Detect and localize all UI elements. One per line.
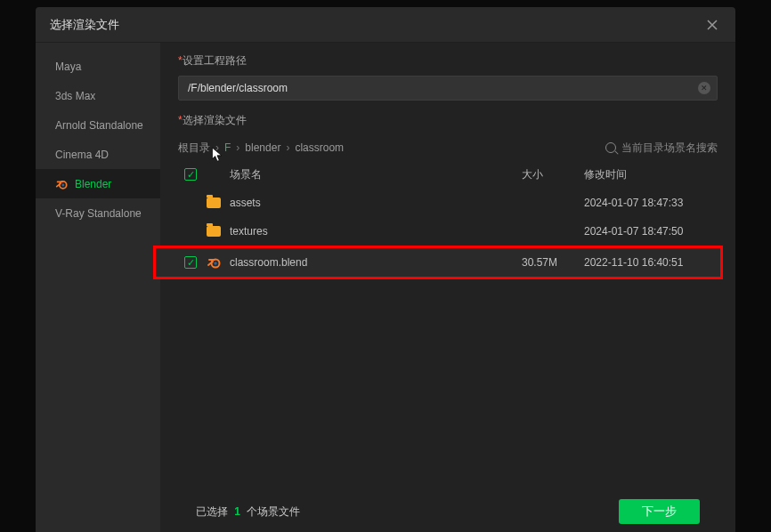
sidebar-item-maya[interactable]: Maya: [36, 52, 160, 81]
file-name: textures: [230, 225, 268, 238]
sidebar-item-3dsmax[interactable]: 3ds Max: [36, 81, 160, 110]
sidebar-item-label: 3ds Max: [55, 90, 95, 102]
search-scene[interactable]: 当前目录场景名搜索: [605, 141, 718, 156]
blender-icon: [55, 178, 68, 190]
row-checkbox[interactable]: [184, 256, 197, 269]
folder-icon: [207, 197, 221, 208]
main-panel: *设置工程路径 ✕ *选择渲染文件 根目录 › F › blender › cl…: [160, 43, 735, 532]
sidebar-item-arnold[interactable]: Arnold Standalone: [36, 110, 160, 140]
blender-file-icon: [207, 255, 221, 270]
table-row[interactable]: assets 2024-01-07 18:47:33: [178, 189, 718, 217]
svg-point-3: [214, 262, 217, 265]
breadcrumb-root[interactable]: 根目录: [178, 141, 210, 156]
sidebar-item-label: Cinema 4D: [55, 149, 109, 161]
file-date: 2022-11-10 16:40:51: [584, 256, 718, 269]
sidebar-item-c4d[interactable]: Cinema 4D: [36, 140, 160, 169]
close-icon[interactable]: [703, 16, 721, 34]
svg-point-1: [61, 183, 64, 186]
dialog-footer: 已选择 1 个场景文件 下一步: [178, 491, 718, 532]
breadcrumb-classroom[interactable]: classroom: [295, 141, 344, 154]
sidebar-item-label: Blender: [75, 178, 111, 190]
file-name: assets: [230, 197, 261, 209]
sidebar-item-vray[interactable]: V-Ray Standalone: [36, 198, 160, 228]
project-path-input[interactable]: [178, 76, 718, 101]
sidebar-item-label: Maya: [55, 60, 81, 73]
table-row[interactable]: classroom.blend 30.57M 2022-11-10 16:40:…: [153, 246, 723, 279]
file-table: 场景名 大小 修改时间 assets 2024-01-07 18:47:33: [178, 160, 718, 491]
chevron-right-icon: ›: [236, 141, 239, 154]
titlebar: 选择渲染文件: [36, 7, 735, 43]
filelist-label: *选择渲染文件: [178, 113, 718, 128]
col-size-header[interactable]: 大小: [522, 167, 584, 182]
clear-path-icon[interactable]: ✕: [698, 82, 710, 94]
search-icon: [605, 142, 616, 153]
file-table-header: 场景名 大小 修改时间: [178, 160, 718, 189]
col-name-header[interactable]: 场景名: [203, 167, 522, 182]
sidebar-item-label: V-Ray Standalone: [55, 207, 142, 220]
selected-count: 已选择 1 个场景文件: [196, 504, 300, 520]
file-name: classroom.blend: [230, 256, 307, 269]
folder-icon: [207, 226, 221, 237]
select-all-checkbox[interactable]: [184, 168, 197, 181]
dialog-body: Maya 3ds Max Arnold Standalone Cinema 4D…: [36, 43, 735, 532]
chevron-right-icon: ›: [286, 141, 289, 154]
renderer-sidebar: Maya 3ds Max Arnold Standalone Cinema 4D…: [36, 43, 160, 532]
next-button[interactable]: 下一步: [619, 499, 700, 524]
file-select-dialog: 选择渲染文件 Maya 3ds Max Arnold Standalone Ci…: [36, 7, 735, 532]
file-date: 2024-01-07 18:47:50: [584, 225, 718, 238]
file-size: 30.57M: [522, 256, 584, 269]
search-placeholder: 当前目录场景名搜索: [621, 141, 718, 156]
file-date: 2024-01-07 18:47:33: [584, 197, 718, 209]
dialog-title: 选择渲染文件: [50, 17, 119, 33]
sidebar-item-label: Arnold Standalone: [55, 119, 143, 132]
sidebar-item-blender[interactable]: Blender: [36, 169, 160, 198]
col-date-header[interactable]: 修改时间: [584, 167, 718, 182]
breadcrumb: 根目录 › F › blender › classroom 当前目录场景名搜索: [178, 135, 718, 160]
breadcrumb-f[interactable]: F: [224, 141, 231, 154]
path-label: *设置工程路径: [178, 53, 718, 69]
table-row[interactable]: textures 2024-01-07 18:47:50: [178, 217, 718, 246]
breadcrumb-blender[interactable]: blender: [245, 141, 280, 154]
path-input-wrap: ✕: [178, 76, 718, 101]
chevron-right-icon: ›: [215, 141, 219, 154]
